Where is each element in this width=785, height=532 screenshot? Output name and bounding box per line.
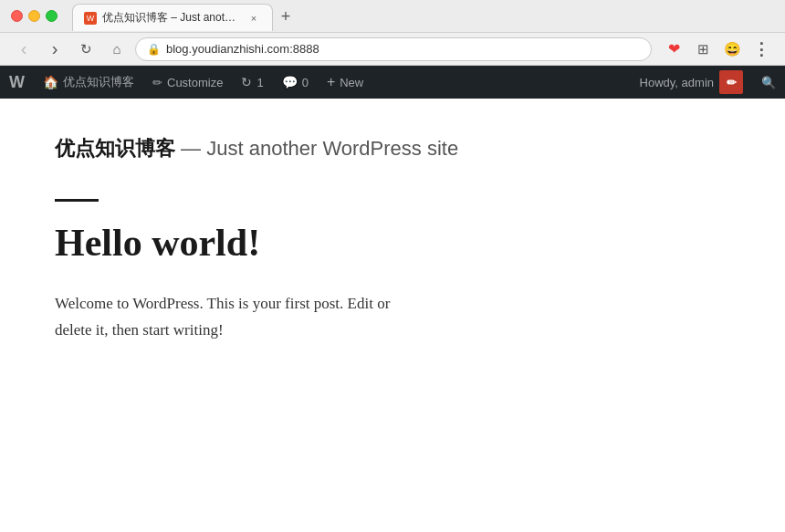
lock-icon: 🔒 — [147, 43, 161, 56]
reload-button[interactable]: ↻ — [73, 37, 99, 62]
wp-logo-icon: W — [9, 73, 25, 92]
post-separator — [55, 199, 99, 202]
comments-count: 0 — [302, 76, 309, 89]
wp-customize-item[interactable]: ✏ Customize — [143, 66, 232, 99]
forward-icon: › — [52, 38, 58, 59]
close-window-button[interactable] — [11, 10, 23, 22]
forward-button[interactable]: › — [42, 37, 68, 62]
site-tagline: — Just another WordPress site — [175, 137, 458, 160]
browser-tab[interactable]: W 优点知识博客 – Just another W × — [72, 4, 273, 31]
wp-logo-item[interactable]: W — [0, 66, 34, 99]
site-title: 优点知识博客 — Just another WordPress site — [55, 135, 730, 162]
tab-favicon: W — [84, 12, 97, 25]
wp-new-label: New — [340, 76, 363, 89]
home-icon: ⌂ — [112, 41, 120, 57]
wp-site-name-label: 优点知识博客 — [63, 74, 134, 90]
grid-icon: ⊞ — [697, 41, 709, 57]
site-name: 优点知识博客 — [55, 137, 175, 160]
new-content-icon: + — [327, 74, 335, 90]
maximize-window-button[interactable] — [46, 10, 58, 22]
minimize-window-button[interactable] — [28, 10, 40, 22]
browser-menu-button[interactable]: ⋮ — [748, 37, 774, 62]
nav-actions: ❤ ⊞ 😄 ⋮ — [661, 37, 774, 62]
address-bar[interactable]: 🔒 blog.youdianzhishi.com:8888 — [135, 37, 652, 61]
address-text: blog.youdianzhishi.com:8888 — [166, 42, 640, 56]
navigation-bar: ‹ › ↻ ⌂ 🔒 blog.youdianzhishi.com:8888 ❤ … — [0, 33, 785, 66]
back-icon: ‹ — [21, 38, 27, 59]
new-tab-button[interactable]: + — [273, 4, 298, 29]
post-title: Hello world! — [55, 220, 730, 266]
wp-customize-label: Customize — [167, 76, 223, 89]
search-icon: 🔍 — [761, 76, 776, 89]
emoji-icon: 😄 — [724, 41, 741, 57]
home-button[interactable]: ⌂ — [104, 37, 130, 62]
browser-title-bar: W 优点知识博客 – Just another W × + — [0, 0, 785, 33]
user-avatar: ✏ — [719, 70, 743, 94]
tab-title: 优点知识博客 – Just another W — [102, 10, 241, 26]
howdy-text: Howdy, admin — [640, 76, 714, 89]
updates-icon: ↻ — [241, 75, 252, 89]
post-content-line1: Welcome to WordPress. This is your first… — [55, 295, 390, 312]
post-content-line2: delete it, then start writing! — [55, 321, 224, 339]
tab-close-button[interactable]: × — [246, 11, 261, 26]
updates-count: 1 — [256, 76, 263, 89]
comments-icon: 💬 — [282, 75, 298, 89]
customize-icon: ✏ — [152, 76, 162, 89]
wp-search-button[interactable]: 🔍 — [752, 66, 785, 99]
grid-view-button[interactable]: ⊞ — [690, 37, 716, 62]
emoji-button[interactable]: 😄 — [719, 37, 745, 62]
menu-icon: ⋮ — [753, 39, 770, 59]
wp-admin-bar: W 🏠 优点知识博客 ✏ Customize ↻ 1 💬 0 + New How… — [0, 66, 785, 99]
site-title-area: 优点知识博客 — Just another WordPress site — [55, 135, 730, 162]
wp-admin-bar-right: Howdy, admin ✏ 🔍 — [631, 66, 785, 99]
site-home-icon: 🏠 — [43, 75, 58, 89]
page-content: 优点知识博客 — Just another WordPress site Hel… — [0, 99, 785, 532]
traffic-lights — [11, 10, 58, 22]
vivaldi-icon: ❤ — [668, 40, 680, 57]
wp-new-content-item[interactable]: + New — [318, 66, 372, 99]
reload-icon: ↻ — [80, 41, 92, 57]
post-content: Welcome to WordPress. This is your first… — [55, 291, 529, 344]
wp-site-name-item[interactable]: 🏠 优点知识博客 — [34, 66, 143, 99]
wp-howdy-item[interactable]: Howdy, admin ✏ — [631, 70, 752, 94]
wp-comments-item[interactable]: 💬 0 — [273, 66, 318, 99]
tabs-bar: W 优点知识博客 – Just another W × + — [72, 1, 774, 31]
back-button[interactable]: ‹ — [11, 37, 37, 62]
wp-updates-item[interactable]: ↻ 1 — [232, 66, 272, 99]
vivaldi-button[interactable]: ❤ — [661, 37, 686, 62]
